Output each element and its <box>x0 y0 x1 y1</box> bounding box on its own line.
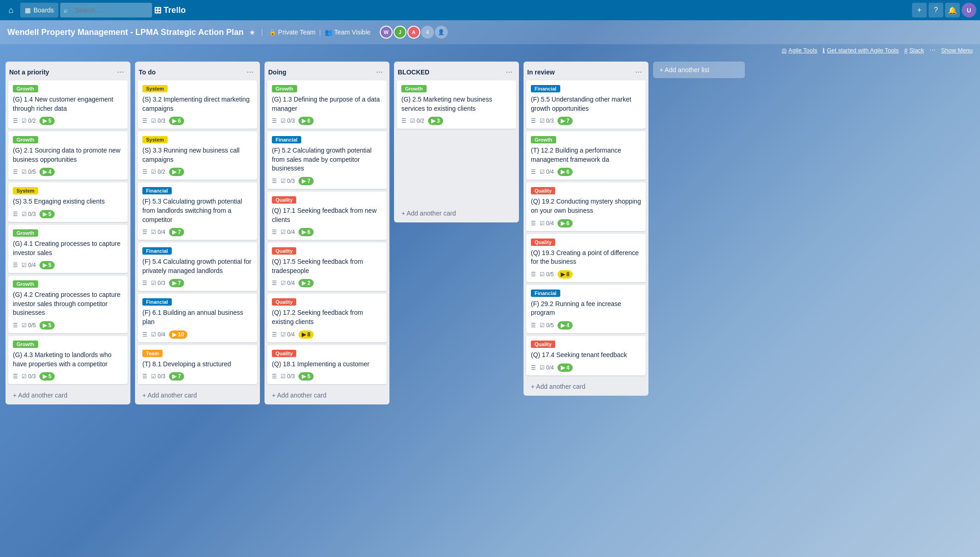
card-footer: ☰☑ 0/3▶ 5 <box>13 210 123 218</box>
list-icon: ☰ <box>13 169 18 175</box>
card-doing-2[interactable]: Quality(Q) 17.1 Seeking feedback from ne… <box>267 192 387 240</box>
notify-button[interactable]: 🔔 <box>945 3 960 17</box>
checklist-icon: ☑ 0/5 <box>22 169 36 175</box>
boards-button[interactable]: ▦ Boards <box>20 3 58 17</box>
card-in-review-2[interactable]: Quality(Q) 19.2 Conducting mystery shopp… <box>526 182 646 231</box>
card-doing-0[interactable]: Growth(G) 1.3 Defining the purpose of a … <box>267 80 387 129</box>
checklist-icon: ☑ 0/3 <box>151 373 165 380</box>
card-doing-4[interactable]: Quality(Q) 17.2 Seeking feedback from ex… <box>267 294 387 342</box>
card-in-review-5[interactable]: Quality(Q) 17.4 Seeking tenant feedback☰… <box>526 336 646 375</box>
avatar-1[interactable]: W <box>380 26 393 39</box>
add-card-button-to-do[interactable]: + Add another card <box>138 389 257 402</box>
list-icon: ☰ <box>531 322 536 329</box>
show-menu-link[interactable]: Show Menu <box>941 47 973 54</box>
card-in-review-3[interactable]: Quality(Q) 19.3 Creating a point of diff… <box>526 234 646 282</box>
checklist-icon: ☑ 0/3 <box>22 211 36 217</box>
list-icon: ☰ <box>531 169 536 175</box>
list-icon: ☰ <box>272 373 277 380</box>
checklist-icon: ☑ 0/4 <box>540 364 554 371</box>
card-not-a-priority-3[interactable]: Growth(G) 4.1 Creating processes to capt… <box>8 225 128 273</box>
add-button[interactable]: + <box>912 3 927 17</box>
add-card-button-in-review[interactable]: + Add another card <box>526 380 646 393</box>
card-list-in-review: Financial(F) 5.5 Understanding other mar… <box>524 80 648 378</box>
agile-tools-link[interactable]: ◎ Agile Tools <box>782 47 817 54</box>
card-label: System <box>13 187 38 194</box>
card-label: Growth <box>272 85 297 92</box>
card-title: (G) 4.3 Marketing to landlords who have … <box>13 351 123 369</box>
card-in-review-1[interactable]: Growth(T) 12.2 Building a performance ma… <box>526 131 646 180</box>
card-not-a-priority-2[interactable]: System(S) 3.5 Engaging existing clients☰… <box>8 182 128 222</box>
add-card-button-doing[interactable]: + Add another card <box>267 389 387 402</box>
column-menu-to-do[interactable]: ··· <box>244 66 256 78</box>
card-footer: ☰☑ 0/5▶ 5 <box>13 321 123 330</box>
avatar-add[interactable]: 👤 <box>435 26 448 39</box>
slack-link[interactable]: # Slack <box>904 47 924 54</box>
home-button[interactable]: ⌂ <box>4 3 18 17</box>
avatar-3[interactable]: A <box>407 26 420 39</box>
list-icon: ☰ <box>142 373 147 380</box>
add-column-button[interactable]: + Add another list <box>653 62 745 78</box>
avatar-count[interactable]: 4 <box>421 26 434 39</box>
card-to-do-1[interactable]: System(S) 3.3 Running new business call … <box>138 131 257 180</box>
column-menu-blocked[interactable]: ··· <box>503 66 515 78</box>
column-menu-doing[interactable]: ··· <box>373 66 386 78</box>
team-visible-label: Team Visible <box>334 28 371 36</box>
column-title-not-a-priority: Not a priority <box>9 68 49 76</box>
card-label: Growth <box>13 229 38 237</box>
card-title: (T) 12.2 Building a performance manageme… <box>531 146 641 164</box>
card-to-do-0[interactable]: System(S) 3.2 Implementing direct market… <box>138 80 257 129</box>
card-title: (F) 5.3 Calculating growth potential fro… <box>142 197 253 224</box>
list-icon: ☰ <box>272 118 277 124</box>
help-button[interactable]: ? <box>929 3 943 17</box>
checklist-icon: ☑ 0/5 <box>540 271 554 278</box>
column-menu-in-review[interactable]: ··· <box>632 66 645 78</box>
list-icon: ☰ <box>531 364 536 371</box>
card-footer: ☰☑ 0/3▶ 6 <box>142 117 253 125</box>
card-in-review-4[interactable]: Financial(F) 29.2 Running a fee increase… <box>526 285 646 333</box>
divider: | <box>261 28 263 36</box>
card-not-a-priority-5[interactable]: Growth(G) 4.3 Marketing to landlords who… <box>8 336 128 384</box>
card-to-do-4[interactable]: Financial(F) 6.1 Building an annual busi… <box>138 294 257 342</box>
user-avatar[interactable]: U <box>962 3 976 17</box>
column-menu-not-a-priority[interactable]: ··· <box>114 66 127 78</box>
board-meta: 🔒 Private Team | 👥 Team Visible <box>269 28 371 36</box>
card-in-review-0[interactable]: Financial(F) 5.5 Understanding other mar… <box>526 80 646 129</box>
list-icon: ☰ <box>272 178 277 184</box>
board-title[interactable]: Wendell Property Management - LPMA Strat… <box>7 28 243 37</box>
team-visible-item[interactable]: 👥 Team Visible <box>325 28 371 36</box>
card-footer: ☰☑ 0/3▶ 6 <box>272 117 382 125</box>
card-not-a-priority-4[interactable]: Growth(G) 4.2 Creating processes to capt… <box>8 276 128 333</box>
board-canvas: Not a priority···Growth(G) 1.4 New custo… <box>0 58 980 551</box>
card-doing-3[interactable]: Quality(Q) 17.5 Seeking feedback from tr… <box>267 243 387 291</box>
add-card-button-blocked[interactable]: + Add another card <box>397 207 516 220</box>
card-title: (Q) 19.3 Creating a point of difference … <box>531 249 641 267</box>
card-to-do-3[interactable]: Financial(F) 5.4 Calculating growth pote… <box>138 243 257 291</box>
search-input[interactable] <box>60 3 152 17</box>
card-doing-5[interactable]: Quality(Q) 18.1 Implementing a customer☰… <box>267 345 387 385</box>
card-title: (S) 3.2 Implementing direct marketing ca… <box>142 95 253 113</box>
card-to-do-5[interactable]: Team(T) 8.1 Developing a structured☰☑ 0/… <box>138 345 257 385</box>
card-to-do-2[interactable]: Financial(F) 5.3 Calculating growth pote… <box>138 182 257 240</box>
card-label: Growth <box>13 341 38 348</box>
dots-icon[interactable]: ··· <box>929 46 935 54</box>
private-team-item[interactable]: 🔒 Private Team <box>269 28 315 36</box>
points-badge: ▶ 7 <box>169 372 184 381</box>
add-card-button-not-a-priority[interactable]: + Add another card <box>8 389 128 402</box>
card-doing-1[interactable]: Financial(F) 5.2 Calculating growth pote… <box>267 131 387 189</box>
agile-icon: ◎ <box>782 47 787 54</box>
star-icon[interactable]: ★ <box>249 28 255 37</box>
card-not-a-priority-1[interactable]: Growth(G) 2.1 Sourcing data to promote n… <box>8 131 128 180</box>
avatar-2[interactable]: J <box>394 26 406 39</box>
card-title: (G) 4.2 Creating processes to capture in… <box>13 290 123 318</box>
list-icon: ☰ <box>142 280 147 286</box>
card-blocked-0[interactable]: Growth(G) 2.5 Marketing new business ser… <box>397 80 516 129</box>
column-to-do: To do···System(S) 3.2 Implementing direc… <box>135 62 260 404</box>
column-header-not-a-priority: Not a priority··· <box>6 62 130 80</box>
get-started-link[interactable]: ℹ Get started with Agile Tools <box>822 47 899 54</box>
card-label: Quality <box>272 247 296 255</box>
card-footer: ☰☑ 0/5▶ 4 <box>13 168 123 176</box>
column-title-doing: Doing <box>268 68 287 76</box>
card-not-a-priority-0[interactable]: Growth(G) 1.4 New customer engagement th… <box>8 80 128 129</box>
column-doing: Doing···Growth(G) 1.3 Defining the purpo… <box>265 62 389 404</box>
card-title: (Q) 17.5 Seeking feedback from tradespeo… <box>272 257 382 275</box>
